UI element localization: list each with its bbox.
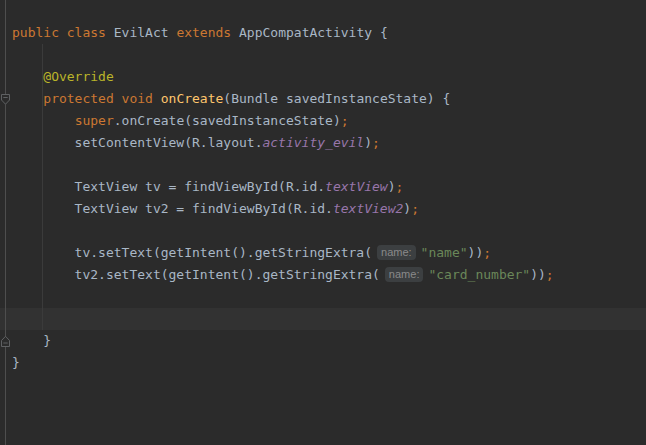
code-segment: [12, 113, 75, 128]
code-segment: setContentView(R.layout.: [12, 135, 262, 150]
code-line[interactable]: }: [12, 330, 554, 352]
code-segment: public: [12, 25, 59, 40]
code-segment: ;: [483, 245, 491, 260]
code-segment: tv.setText(getIntent().getStringExtra(: [12, 245, 372, 260]
code-line[interactable]: TextView tv = findViewById(R.id.textView…: [12, 176, 554, 198]
code-line[interactable]: [12, 220, 554, 242]
code-segment: ): [403, 201, 411, 216]
code-segment: @Override: [43, 69, 113, 84]
code-segment: class: [67, 25, 106, 40]
code-segment: TextView tv2 = findViewById(R.id.: [12, 201, 333, 216]
code-segment: "card_number": [428, 267, 530, 282]
gutter-fold-line: [5, 0, 6, 445]
code-line[interactable]: public class EvilAct extends AppCompatAc…: [12, 22, 554, 44]
parameter-name-hint-chip: name:: [377, 245, 416, 260]
code-segment: ;: [396, 179, 404, 194]
code-line[interactable]: [12, 286, 554, 308]
code-line[interactable]: [12, 154, 554, 176]
code-line[interactable]: }: [12, 352, 554, 374]
code-line[interactable]: [12, 44, 554, 66]
code-editor[interactable]: public class EvilAct extends AppCompatAc…: [0, 0, 646, 445]
code-segment: ): [388, 179, 396, 194]
code-segment: ;: [546, 267, 554, 282]
code-segment: super: [75, 113, 114, 128]
code-segment: [12, 91, 43, 106]
code-segment: textView2: [333, 201, 403, 216]
code-segment: ): [364, 135, 372, 150]
code-segment: }: [12, 333, 51, 348]
code-line[interactable]: tv.setText(getIntent().getStringExtra(na…: [12, 242, 554, 264]
code-segment: [12, 69, 43, 84]
code-segment: }: [12, 355, 20, 370]
code-segment: extends: [176, 25, 231, 40]
code-segment: EvilAct: [106, 25, 176, 40]
code-line[interactable]: [12, 308, 554, 330]
code-segment: )): [530, 267, 546, 282]
code-segment: [153, 91, 161, 106]
code-area[interactable]: public class EvilAct extends AppCompatAc…: [12, 22, 554, 374]
code-segment: (Bundle savedInstanceState) {: [223, 91, 450, 106]
code-line[interactable]: protected void onCreate(Bundle savedInst…: [12, 88, 554, 110]
code-segment: activity_evil: [262, 135, 364, 150]
code-segment: ;: [411, 201, 419, 216]
code-segment: tv2.setText(getIntent().getStringExtra(: [12, 267, 380, 282]
code-segment: ;: [372, 135, 380, 150]
code-segment: [59, 25, 67, 40]
code-segment: TextView tv = findViewById(R.id.: [12, 179, 325, 194]
code-line[interactable]: tv2.setText(getIntent().getStringExtra(n…: [12, 264, 554, 286]
fold-collapse-start-icon[interactable]: [0, 93, 11, 106]
code-line[interactable]: setContentView(R.layout.activity_evil);: [12, 132, 554, 154]
code-segment: "name": [421, 245, 468, 260]
code-line[interactable]: TextView tv2 = findViewById(R.id.textVie…: [12, 198, 554, 220]
code-segment: [114, 91, 122, 106]
code-segment: )): [468, 245, 484, 260]
code-segment: void: [122, 91, 153, 106]
code-segment: AppCompatActivity {: [231, 25, 388, 40]
code-line[interactable]: super.onCreate(savedInstanceState);: [12, 110, 554, 132]
parameter-name-hint-chip: name:: [385, 267, 424, 282]
code-line[interactable]: @Override: [12, 66, 554, 88]
code-segment: onCreate: [161, 91, 224, 106]
fold-collapse-end-icon[interactable]: [0, 335, 11, 348]
code-segment: protected: [43, 91, 113, 106]
code-segment: .onCreate(savedInstanceState): [114, 113, 341, 128]
code-segment: textView: [325, 179, 388, 194]
code-segment: ;: [341, 113, 349, 128]
